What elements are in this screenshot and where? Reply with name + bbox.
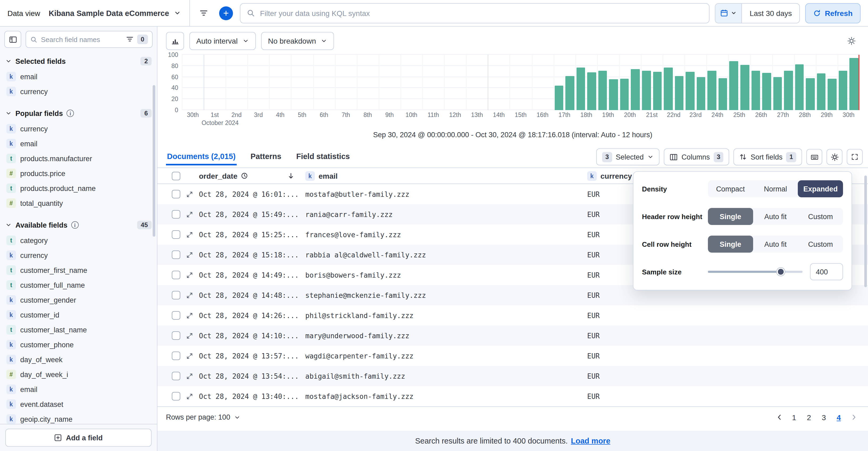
time-range-button[interactable]: Last 30 days (742, 3, 799, 23)
group-density-option-expanded[interactable]: Expanded (798, 180, 843, 197)
column-header-email[interactable]: kemail (305, 171, 587, 181)
data-view-picker[interactable]: Kibana Sample Data eCommerce (45, 6, 184, 21)
sidebar-scrollbar[interactable] (153, 85, 155, 237)
expand-document-icon[interactable] (186, 191, 193, 198)
histogram-bar[interactable] (850, 58, 859, 110)
histogram-bar[interactable] (817, 74, 826, 110)
table-scrollbar[interactable] (864, 175, 867, 287)
row-checkbox[interactable] (172, 352, 180, 360)
histogram-bar[interactable] (686, 72, 694, 110)
fullscreen-button[interactable] (847, 149, 863, 165)
slider-track[interactable] (708, 271, 803, 273)
group-header-height-option-single[interactable]: Single (708, 208, 753, 225)
field-item-customer-gender[interactable]: kcustomer_gender (0, 292, 157, 308)
row-checkbox[interactable] (172, 331, 180, 340)
collapse-sidebar-button[interactable] (4, 31, 21, 48)
histogram-bar[interactable] (795, 64, 804, 110)
group-header-height-option-custom[interactable]: Custom (798, 208, 843, 225)
sort-fields-button[interactable]: Sort fields 1 (734, 149, 802, 165)
tab-patterns[interactable]: Patterns (249, 148, 282, 166)
filter-by-type-icon[interactable] (126, 36, 133, 43)
histogram-bar[interactable] (555, 86, 563, 110)
page-1-button[interactable]: 1 (787, 410, 801, 424)
kql-search-input[interactable] (260, 9, 703, 17)
sort-descending-icon[interactable] (287, 172, 294, 180)
histogram-bar[interactable] (587, 73, 596, 110)
page-3-button[interactable]: 3 (817, 410, 831, 424)
field-item-customer-phone[interactable]: kcustomer_phone (0, 337, 157, 352)
histogram-bar[interactable] (839, 71, 847, 110)
histogram-bar[interactable] (598, 71, 607, 110)
field-item-geoip-city-name[interactable]: kgeoip.city_name (0, 412, 157, 424)
field-item-customer-full-name[interactable]: tcustomer_full_name (0, 278, 157, 292)
histogram-bar[interactable] (828, 78, 837, 110)
column-header-order-date[interactable]: order_date (199, 171, 305, 180)
group-cell-height-option-custom[interactable]: Custom (798, 236, 843, 253)
section-header-available-fields[interactable]: Available fieldsi45 (0, 217, 157, 233)
field-item-currency[interactable]: kcurrency (0, 248, 157, 263)
histogram-bar[interactable] (806, 78, 815, 110)
row-checkbox[interactable] (172, 210, 180, 219)
field-item-email[interactable]: kemail (0, 69, 157, 84)
histogram-bar[interactable] (631, 69, 640, 110)
selected-documents-button[interactable]: 3 Selected (596, 149, 659, 165)
chart-options-button[interactable] (843, 33, 860, 49)
refresh-button[interactable]: Refresh (805, 3, 861, 23)
group-density-option-normal[interactable]: Normal (753, 180, 798, 197)
load-more-link[interactable]: Load more (571, 437, 610, 445)
field-item-day-of-week[interactable]: kday_of_week (0, 352, 157, 367)
expand-document-icon[interactable] (186, 373, 193, 380)
page-4-button[interactable]: 4 (832, 410, 846, 424)
chart-plot-area[interactable] (182, 55, 860, 110)
prev-page-button[interactable] (772, 410, 786, 424)
histogram-bar[interactable] (565, 76, 574, 110)
expand-document-icon[interactable] (186, 251, 193, 258)
row-checkbox[interactable] (172, 291, 180, 299)
field-item-currency[interactable]: kcurrency (0, 121, 157, 136)
expand-document-icon[interactable] (186, 292, 193, 299)
histogram-bar[interactable] (740, 65, 749, 110)
field-search[interactable]: 0 (26, 31, 153, 48)
expand-document-icon[interactable] (186, 211, 193, 218)
field-item-email[interactable]: kemail (0, 382, 157, 397)
histogram-bar[interactable] (664, 68, 673, 110)
breakdown-dropdown[interactable]: No breakdown (261, 32, 334, 50)
field-item-customer-id[interactable]: kcustomer_id (0, 308, 157, 322)
row-checkbox[interactable] (172, 271, 180, 279)
date-quick-select-button[interactable] (716, 3, 742, 23)
field-item-event-dataset[interactable]: kevent.dataset (0, 397, 157, 412)
histogram-bar[interactable] (620, 78, 629, 110)
field-item-customer-first-name[interactable]: tcustomer_first_name (0, 263, 157, 278)
expand-document-icon[interactable] (186, 352, 193, 359)
select-all-checkbox[interactable] (172, 171, 180, 180)
slider-thumb[interactable] (777, 268, 785, 276)
field-item-total-quantity[interactable]: #total_quantity (0, 196, 157, 211)
tab-field-statistics[interactable]: Field statistics (295, 148, 351, 166)
group-density-option-compact[interactable]: Compact (708, 180, 753, 197)
histogram-bar[interactable] (708, 71, 716, 110)
field-item-day-of-week-i[interactable]: #day_of_week_i (0, 367, 157, 382)
expand-document-icon[interactable] (186, 271, 193, 279)
columns-button[interactable]: Columns 3 (664, 149, 730, 165)
row-checkbox[interactable] (172, 251, 180, 259)
section-header-popular-fields[interactable]: Popular fieldsi6 (0, 105, 157, 121)
kql-search-bar[interactable] (240, 3, 710, 23)
field-item-products-price[interactable]: #products.price (0, 166, 157, 181)
field-item-products-product-name[interactable]: tproducts.product_name (0, 181, 157, 196)
field-item-customer-last-name[interactable]: tcustomer_last_name (0, 322, 157, 337)
expand-document-icon[interactable] (186, 393, 193, 400)
display-options-button[interactable] (827, 149, 842, 165)
expand-document-icon[interactable] (186, 332, 193, 339)
group-cell-height-option-single[interactable]: Single (708, 236, 753, 253)
histogram-bar[interactable] (697, 77, 706, 110)
field-item-products-manufacturer[interactable]: tproducts.manufacturer (0, 151, 157, 166)
histogram-bar[interactable] (730, 61, 738, 110)
field-item-category[interactable]: tcategory (0, 233, 157, 248)
field-item-email[interactable]: kemail (0, 136, 157, 151)
field-search-input[interactable] (41, 35, 122, 43)
row-checkbox[interactable] (172, 372, 180, 380)
histogram-bar[interactable] (718, 78, 727, 110)
tab-documents-2-015[interactable]: Documents (2,015) (166, 148, 237, 166)
row-checkbox[interactable] (172, 190, 180, 198)
row-checkbox[interactable] (172, 311, 180, 320)
